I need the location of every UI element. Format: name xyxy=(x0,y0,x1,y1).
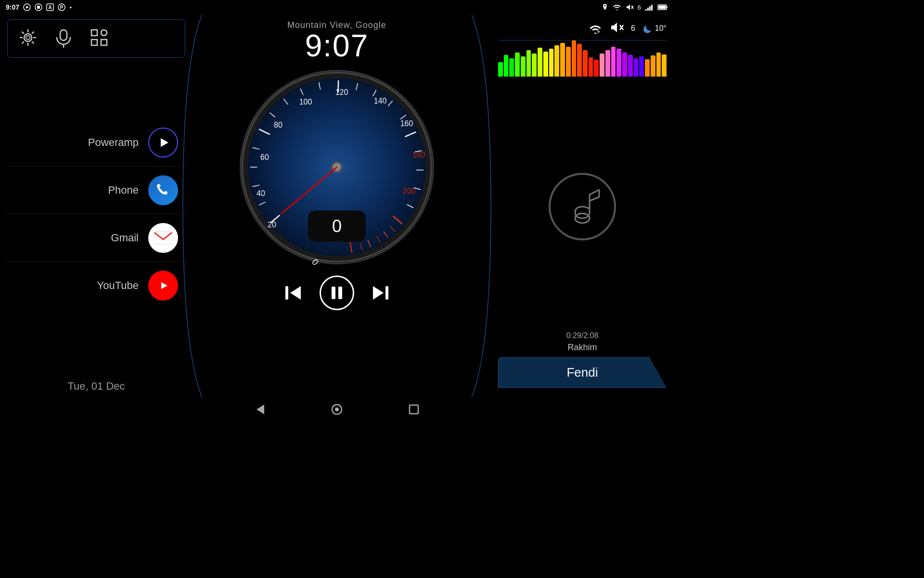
date-display: Tue, 01 Dec xyxy=(0,370,192,397)
wifi-status-icon xyxy=(613,3,621,11)
mic-button[interactable] xyxy=(53,27,74,50)
svg-text:160: 160 xyxy=(400,119,413,128)
left-panel: Poweramp Phone Gmail xyxy=(0,14,192,397)
eq-bar-0 xyxy=(498,62,503,77)
svg-marker-80 xyxy=(290,286,301,300)
center-panel: Mountain View, Google 9:07 xyxy=(183,14,491,397)
eq-bar-11 xyxy=(560,43,565,77)
battery-status-icon xyxy=(657,4,668,11)
signal-strength-label: 6 xyxy=(631,24,635,33)
eq-bar-3 xyxy=(515,53,520,77)
app-list: Poweramp Phone Gmail xyxy=(0,58,192,370)
prev-button[interactable] xyxy=(281,281,305,305)
svg-rect-24 xyxy=(101,39,107,45)
eq-bar-19 xyxy=(605,50,610,77)
svg-text:140: 140 xyxy=(374,97,387,105)
signal-status-icon xyxy=(645,3,654,11)
signal-number: 6 xyxy=(638,4,641,11)
svg-rect-85 xyxy=(385,286,388,300)
svg-text:40: 40 xyxy=(257,189,265,197)
eq-bar-24 xyxy=(634,58,639,77)
svg-line-49 xyxy=(416,170,424,171)
svg-rect-11 xyxy=(647,8,649,11)
wifi-download-icon xyxy=(588,22,603,35)
gmail-app-item[interactable]: Gmail xyxy=(5,214,188,262)
svg-point-91 xyxy=(335,407,339,411)
settings-button[interactable] xyxy=(17,27,38,50)
eq-bar-4 xyxy=(521,56,526,77)
top-controls-bar xyxy=(7,19,185,58)
eq-bar-23 xyxy=(628,55,633,77)
eq-bar-21 xyxy=(616,49,621,77)
youtube-icon xyxy=(148,271,178,301)
eq-bar-14 xyxy=(577,44,582,77)
svg-marker-1 xyxy=(26,6,29,9)
eq-bar-10 xyxy=(554,45,559,77)
svg-rect-23 xyxy=(91,39,97,45)
svg-rect-22 xyxy=(101,30,107,36)
play-status-icon xyxy=(23,3,31,11)
eq-bar-27 xyxy=(651,55,655,77)
eq-bar-8 xyxy=(543,52,548,77)
svg-rect-13 xyxy=(651,5,653,11)
svg-text:P: P xyxy=(60,5,64,10)
eq-bar-25 xyxy=(639,56,644,77)
home-button[interactable] xyxy=(327,400,346,419)
gmail-label: Gmail xyxy=(111,232,139,244)
status-right: 6 xyxy=(601,3,668,11)
svg-marker-89 xyxy=(257,405,264,414)
eq-bar-26 xyxy=(645,59,650,77)
status-left: 9:07 A P · xyxy=(6,2,72,13)
eq-bar-1 xyxy=(504,55,509,77)
poweramp-icon xyxy=(148,128,178,158)
phone-label: Phone xyxy=(108,184,139,197)
pause-button[interactable] xyxy=(320,276,354,310)
svg-rect-3 xyxy=(37,6,40,9)
location-info: Mountain View, Google 9:07 xyxy=(287,14,386,64)
svg-rect-15 xyxy=(667,6,667,8)
svg-rect-12 xyxy=(649,6,651,11)
svg-rect-82 xyxy=(332,287,335,299)
eq-bar-12 xyxy=(566,47,571,77)
song-time-display: 0:29/2:08 xyxy=(498,331,667,340)
eq-bar-16 xyxy=(589,57,593,77)
back-button[interactable] xyxy=(250,400,270,419)
music-icon-container xyxy=(498,81,667,331)
status-bar: 9:07 A P · xyxy=(0,0,674,14)
poweramp-label: Poweramp xyxy=(88,136,139,149)
svg-text:180: 180 xyxy=(412,151,425,159)
right-status-bar: 6 10° xyxy=(498,19,667,40)
svg-point-18 xyxy=(26,36,30,39)
date-text: Tue, 01 Dec xyxy=(67,380,125,392)
svg-text:60: 60 xyxy=(260,153,269,161)
eq-bar-13 xyxy=(572,40,577,77)
location-status-icon xyxy=(601,3,609,11)
p-status-icon: P xyxy=(58,3,65,11)
music-note-icon xyxy=(549,173,616,240)
svg-rect-16 xyxy=(659,6,666,9)
muted-icon xyxy=(610,22,624,35)
phone-app-item[interactable]: Phone xyxy=(5,167,188,214)
eq-bar-28 xyxy=(656,53,661,77)
gmail-icon xyxy=(148,223,178,253)
next-button[interactable] xyxy=(369,281,393,305)
eq-bar-17 xyxy=(594,60,599,77)
apps-grid-button[interactable] xyxy=(89,27,110,50)
eq-bar-15 xyxy=(583,50,588,77)
eq-bar-6 xyxy=(532,53,537,77)
song-info: 0:29/2:08 Rakhim Fendi xyxy=(498,331,667,393)
eq-bar-7 xyxy=(538,48,542,77)
youtube-label: YouTube xyxy=(97,279,139,292)
stop-status-icon xyxy=(35,3,42,11)
a-status-icon: A xyxy=(46,3,54,11)
svg-text:120: 120 xyxy=(335,88,348,96)
dot-icon: · xyxy=(69,2,72,13)
eq-bar-2 xyxy=(509,58,514,77)
weather-icon: 10° xyxy=(642,23,667,34)
recents-button[interactable] xyxy=(404,400,424,419)
svg-rect-83 xyxy=(338,287,342,299)
poweramp-app-item[interactable]: Poweramp xyxy=(5,119,188,167)
svg-rect-10 xyxy=(645,9,647,11)
youtube-app-item[interactable]: YouTube xyxy=(5,262,188,309)
svg-text:A: A xyxy=(48,5,51,10)
